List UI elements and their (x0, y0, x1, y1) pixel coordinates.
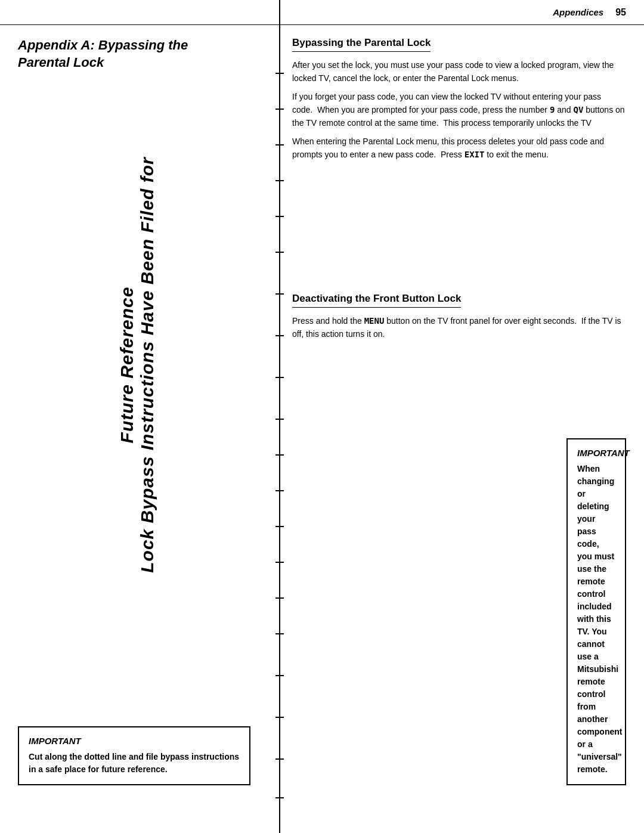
bottom-left-important-text: Cut along the dotted line and file bypas… (29, 751, 240, 776)
section2-block: Deactivating the Front Button Lock Press… (292, 293, 626, 340)
appendix-title: Appendix A: Bypassing the Parental Lock (18, 37, 264, 71)
bottom-right-important-box: IMPORTANT When changing or deleting your… (566, 438, 626, 785)
section1-block: Bypassing the Parental Lock After you se… (292, 37, 626, 162)
header-appendices-label: Appendices (553, 7, 603, 17)
header-page-number: 95 (615, 7, 626, 18)
left-column: Appendix A: Bypassing the Parental Lock … (0, 25, 279, 833)
section2-heading: Deactivating the Front Button Lock (292, 293, 461, 308)
section1-heading: Bypassing the Parental Lock (292, 37, 431, 52)
rotated-text: Future Reference Lock Bypass Instruction… (117, 157, 157, 573)
bottom-right-important-text: When changing or deleting your pass code… (577, 463, 615, 776)
section1-para2: If you forget your pass code, you can vi… (292, 91, 626, 129)
bottom-left-box: IMPORTANT Cut along the dotted line and … (18, 720, 250, 785)
right-column: Bypassing the Parental Lock After you se… (280, 25, 644, 833)
rotated-text-line2: Future Reference (117, 287, 137, 444)
bottom-right-important-label: IMPORTANT (577, 448, 615, 458)
appendix-title-line2: Parental Lock (18, 55, 104, 70)
header-text: Appendices 95 (553, 7, 626, 18)
section2-para1: Press and hold the MENU button on the TV… (292, 315, 626, 340)
header: Appendices 95 (0, 0, 644, 25)
appendix-title-line1: Appendix A: Bypassing the (18, 38, 188, 52)
section1-para3: When entering the Parental Lock menu, th… (292, 135, 626, 161)
bottom-right-box: IMPORTANT When changing or deleting your… (566, 432, 626, 785)
section1-para1: After you set the lock, you must use you… (292, 59, 626, 85)
rotated-text-line1: Lock Bypass Instructions Have Been Filed… (137, 157, 157, 573)
rotated-text-container: Future Reference Lock Bypass Instruction… (18, 97, 256, 633)
bottom-left-important-label: IMPORTANT (29, 736, 240, 746)
page-container: Appendices 95 Appendix A: Bypassing the … (0, 0, 644, 833)
bottom-left-important-box: IMPORTANT Cut along the dotted line and … (18, 726, 250, 785)
